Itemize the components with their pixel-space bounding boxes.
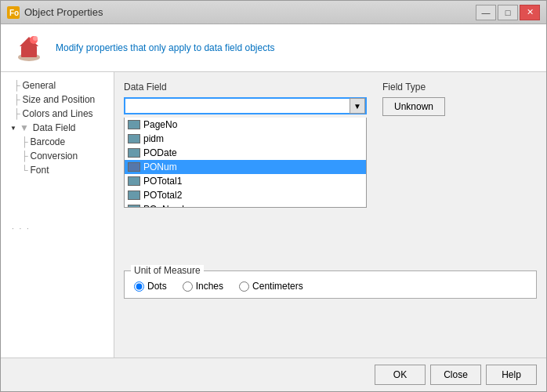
header-section: Modify properties that only apply to dat…: [1, 24, 546, 72]
unit-legend: Unit of Measure: [131, 265, 204, 276]
data-field-label: Data Field: [124, 82, 367, 93]
field-icon-ponum: [128, 162, 140, 172]
svg-text:Fo: Fo: [9, 9, 19, 17]
radio-group: Dots Inches Centimeters: [134, 281, 527, 292]
data-field-group: Data Field ▼ PageNo pidm: [124, 82, 367, 208]
field-row: Data Field ▼ PageNo pidm: [124, 82, 537, 208]
field-icon-po-number: [128, 205, 140, 208]
sidebar-item-size-position[interactable]: ├Size and Position: [4, 93, 110, 107]
app-icon: Fo: [7, 6, 20, 19]
field-type-label: Field Type: [382, 82, 445, 93]
sidebar-item-font[interactable]: └Font: [4, 163, 110, 177]
radio-dots[interactable]: Dots: [134, 281, 167, 292]
window-title: Object Properties: [24, 6, 103, 18]
dots-indicator: · · ·: [4, 224, 110, 233]
main-window: Fo Object Properties — □ ✕ Modify proper…: [0, 0, 547, 392]
minimize-button[interactable]: —: [476, 5, 496, 20]
dropdown-item-ponum[interactable]: PONum: [125, 160, 366, 174]
field-type-group: Field Type Unknown: [382, 82, 445, 208]
field-icon-pidm: [128, 134, 140, 143]
data-field-dropdown-container: ▼: [124, 97, 367, 114]
dropdown-list: PageNo pidm PODate PONum: [124, 118, 367, 208]
svg-rect-3: [21, 46, 37, 57]
bottom-bar: OK Close Help: [1, 358, 546, 391]
sidebar-item-general[interactable]: ├General: [4, 78, 110, 93]
header-description: Modify properties that only apply to dat…: [56, 42, 275, 53]
sidebar-item-barcode[interactable]: ├Barcode: [4, 135, 110, 149]
radio-centimeters[interactable]: Centimeters: [239, 281, 303, 292]
window-controls: — □ ✕: [476, 5, 540, 20]
unit-of-measure-box: Unit of Measure Dots Inches Centimeters: [124, 270, 537, 299]
title-bar: Fo Object Properties — □ ✕: [1, 1, 546, 24]
sidebar-item-colors-lines[interactable]: ├Colors and Lines: [4, 107, 110, 121]
field-icon-pototal2: [128, 191, 140, 200]
radio-centimeters-input[interactable]: [239, 281, 249, 292]
field-icon-pototal1: [128, 176, 140, 186]
radio-inches-input[interactable]: [183, 281, 193, 292]
dropdown-item-podate[interactable]: PODate: [125, 146, 366, 160]
sidebar-item-data-field[interactable]: ▼Data Field: [4, 121, 110, 135]
sidebar-item-conversion[interactable]: ├Conversion: [4, 149, 110, 163]
field-icon-pageno: [128, 120, 140, 129]
unknown-button[interactable]: Unknown: [382, 97, 445, 116]
dropdown-item-pageno[interactable]: PageNo: [125, 118, 366, 132]
close-window-button[interactable]: ✕: [520, 5, 540, 20]
field-icon-podate: [128, 148, 140, 158]
radio-dots-input[interactable]: [134, 281, 144, 292]
content-area: Data Field ▼ PageNo pidm: [114, 72, 546, 358]
radio-inches[interactable]: Inches: [183, 281, 223, 292]
dropdown-item-pototal1[interactable]: POTotal1: [125, 174, 366, 188]
main-content: ├General ├Size and Position ├Colors and …: [1, 72, 546, 358]
dropdown-item-pidm[interactable]: pidm: [125, 132, 366, 146]
title-bar-left: Fo Object Properties: [7, 6, 103, 19]
ok-button[interactable]: OK: [375, 365, 426, 385]
dialog-close-button[interactable]: Close: [430, 365, 481, 385]
dropdown-item-pototal2[interactable]: POTotal2: [125, 188, 366, 202]
dropdown-item-po-number[interactable]: PO_Number: [125, 202, 366, 208]
dropdown-arrow-button[interactable]: ▼: [350, 98, 365, 114]
svg-point-6: [33, 36, 38, 41]
sidebar: ├General ├Size and Position ├Colors and …: [1, 72, 114, 358]
maximize-button[interactable]: □: [498, 5, 518, 20]
data-field-input[interactable]: [124, 97, 367, 114]
help-button[interactable]: Help: [486, 365, 537, 385]
header-icon: [13, 32, 45, 64]
